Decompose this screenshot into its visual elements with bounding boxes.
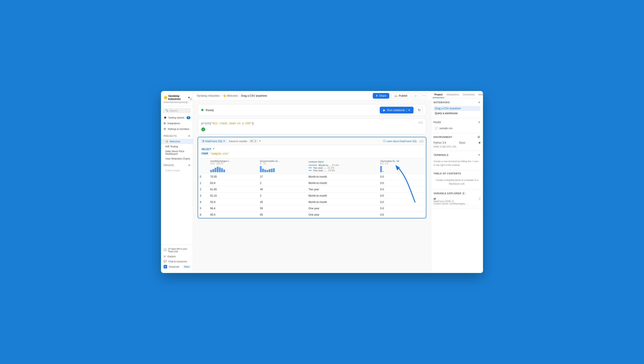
right-sidebar: Project Integrations Comments History NO… (431, 91, 483, 273)
variable-explorer-section: VARIABLE EXPLORER 2 df DataFrame (2048, … (431, 190, 483, 208)
status-dot (201, 109, 204, 111)
tab-project[interactable]: Project (433, 91, 444, 98)
table-row: 3 91.15 2 Month-to-month 0.0 (198, 193, 426, 199)
env-row-ram-cpu: RAM: 0 GB CPU: 0% (434, 145, 480, 148)
notebooks-section-header: NOTEBOOKS + (434, 100, 480, 104)
data-table-container: monthlycharges f... 24.3 - 118.75 (198, 158, 426, 218)
explore-item[interactable]: ◎ Explore (161, 254, 193, 259)
toc-hint: Create a Heading block or a header in a … (434, 176, 480, 187)
trial-icon: ⓘ (164, 248, 167, 252)
tab-integrations[interactable]: Integrations (445, 91, 460, 98)
org-name[interactable]: 🟡 Vandelay Industries ▾ (164, 94, 190, 101)
more-options-button[interactable]: ⋯ (421, 93, 427, 99)
terminals-section: TERMINALS + Create a new terminal by hit… (431, 151, 483, 170)
add-terminal-button[interactable]: + (478, 153, 480, 157)
var-name: df (434, 198, 468, 200)
table-row: 0 70.55 27 Month-to-month 0.0 (198, 174, 426, 180)
explore-icon: ◎ (164, 255, 166, 258)
table-row: 2 81.65 45 Two year 0.0 (198, 186, 426, 193)
project-item-daily-stock[interactable]: Daily Stock Price Dashboard (161, 149, 193, 156)
terminals-hint: Create a new terminal by hitting the + i… (434, 159, 480, 167)
variable-name: df_1 (248, 139, 258, 143)
sidebar-item-getting-started[interactable]: 🎓 Getting started 4 (161, 115, 193, 120)
files-section: FILES + 📄 sample.csv (431, 118, 483, 133)
project-item-ab-testing[interactable]: A/B Testing (161, 144, 193, 149)
variable-explorer-header: VARIABLE EXPLORER 2 (434, 192, 480, 195)
topbar-actions: ⬆ Share 📖 Publish ☆ ⋯ (373, 93, 427, 99)
table-row: 6 95.5 65 One year 0.0 (198, 212, 426, 218)
breadcrumb-parent[interactable]: 👋 Welcome (223, 94, 238, 97)
chat-resources-item[interactable]: 💬 Chat & resources (161, 259, 193, 264)
notebook-link-drag-csv[interactable]: Drag a CSV anywhere (434, 106, 480, 111)
add-notebook-button[interactable]: + (478, 100, 480, 104)
environment-settings-button[interactable]: ⚙ (477, 135, 480, 139)
env-row-main: Python 3.9 Basic (434, 140, 480, 145)
code-cell-1: [1] print("All roads lead to a CSV") ✓ (198, 118, 426, 134)
publish-icon: 📖 (394, 94, 398, 97)
app-window: 🟡 Vandelay Industries ▾ hesanimporterexp… (161, 91, 483, 273)
share-button[interactable]: ⬆ Share (373, 93, 389, 99)
cell-2-number: [22] (420, 140, 423, 142)
right-sidebar-tabs: Project Integrations Comments History (431, 91, 483, 98)
deepnote-item[interactable]: D Deepnote Team (161, 264, 193, 270)
table-row: 1 83.8 2 Month-to-month 0.0 (198, 180, 426, 186)
table-row: 5 66.4 59 One year 0.0 (198, 205, 426, 212)
status-text: Ready (206, 108, 378, 112)
notebook-link-query-warehouse[interactable]: Query a warehouse (434, 111, 480, 116)
settings-icon: ⚙ (164, 127, 166, 130)
saved-to-variable: Saved to variable df_1 ▾ (229, 139, 260, 143)
table-icon: ⊞ (202, 140, 204, 142)
org-header: 🟡 Vandelay Industries ▾ hesanimporterexp… (161, 93, 193, 106)
sidebar-item-settings[interactable]: ⚙ Settings & members (161, 126, 193, 132)
star-button[interactable]: ☆ (412, 93, 419, 99)
var-type: DataFrame (2048, 4) (434, 200, 468, 203)
terminals-section-header: TERMINALS + (434, 153, 480, 157)
menu-icon[interactable]: ☰ (190, 97, 192, 101)
churn-bars (380, 166, 424, 172)
share-icon: ⬆ (376, 94, 378, 97)
integrations-icon: ⊞ (164, 122, 166, 125)
notebooks-section: NOTEBOOKS + Drag a CSV anywhere Query a … (431, 98, 483, 118)
tab-comments[interactable]: Comments (461, 91, 476, 98)
trial-item[interactable]: ⓘ 14 days left in your Team trial (161, 246, 193, 254)
org-email: hesanimporterexporter@... (164, 101, 190, 103)
refresh-button[interactable]: ↻ (416, 106, 423, 113)
run-notebook-button[interactable]: ▶ Run notebook ▾ (380, 107, 414, 113)
sidebar-footer: ⓘ 14 days left in your Team trial ◎ Expl… (161, 244, 193, 271)
project-item-user-retention[interactable]: User Retention Charts (161, 156, 193, 161)
deepnote-logo: D (164, 265, 167, 268)
team-badge: Team (183, 265, 190, 268)
left-sidebar: 🟡 Vandelay Industries ▾ hesanimporterexp… (161, 91, 193, 273)
search-icon: 🔍 (165, 109, 168, 112)
getting-started-icon: 🎓 (164, 116, 167, 119)
breadcrumb-current: Drag a CSV anywhere (241, 94, 267, 97)
environment-section-header: ENVIRONMENT ⚙ (434, 135, 480, 139)
project-item-welcome[interactable]: 👋 Welcome (161, 139, 193, 144)
dataframe-sql-badge[interactable]: ⊞ DataFrame SQL ▾ (201, 139, 226, 143)
content-area: Vandelay Industries / 👋 Welcome / Drag a… (193, 91, 431, 273)
var-cols: Column names: monthlycharges, ... (434, 203, 468, 205)
getting-started-badge: 4 (186, 116, 190, 119)
folder-empty-label: Folder empty (161, 168, 193, 173)
tenure-bars (260, 166, 305, 172)
org-name-area: 🟡 Vandelay Industries ▾ hesanimporterexp… (164, 94, 190, 103)
data-table: monthlycharges f... 24.3 - 118.75 (198, 158, 426, 218)
tab-history[interactable]: History (477, 91, 483, 98)
add-project-button[interactable]: + (188, 134, 190, 138)
csv-icon: 📄 (435, 127, 438, 130)
external-link-icon[interactable]: ⤴ (479, 198, 480, 200)
files-section-header: FILES + (434, 120, 480, 124)
success-icon: ✓ (201, 127, 205, 131)
breadcrumb-org[interactable]: Vandelay Industries (197, 94, 220, 97)
info-icon: ⓘ (383, 139, 386, 143)
environment-section: ENVIRONMENT ⚙ Python 3.9 Basic RAM: 0 GB… (431, 133, 483, 151)
add-private-button[interactable]: + (188, 163, 190, 167)
file-item-sample-csv[interactable]: 📄 sample.csv (434, 126, 480, 131)
col-header-tenure: tenuremonths int... 0 - 72 (258, 158, 307, 174)
status-bar: Ready ▶ Run notebook ▾ ↻ (198, 104, 426, 116)
publish-button[interactable]: 📖 Publish (391, 93, 411, 99)
sidebar-item-integrations[interactable]: ⊞ Integrations (161, 120, 193, 126)
add-file-button[interactable]: + (478, 120, 480, 124)
search-box[interactable]: 🔍 Search... (163, 108, 191, 113)
learn-dataframe-sql-link[interactable]: ⓘ Learn about DataFrame SQL (383, 139, 417, 143)
